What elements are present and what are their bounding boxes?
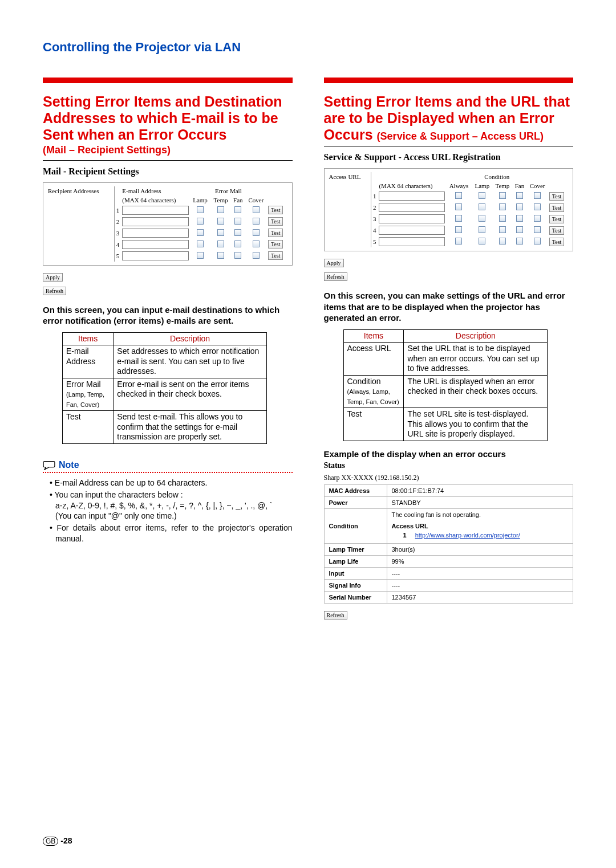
checkbox[interactable] [534,215,541,222]
test-button[interactable]: Test [268,229,283,237]
url-panel: Access URL Condition (MAX 64 characters)… [324,168,574,251]
status-value: 3hour(s) [387,543,573,555]
checkbox[interactable] [455,238,462,244]
th-desc: Description [114,332,266,345]
checkbox[interactable] [253,206,260,213]
status-label: Lamp Life [324,555,387,567]
th-items: Items [343,329,404,343]
checkbox[interactable] [234,229,241,236]
url-input[interactable] [379,191,444,201]
checkbox[interactable] [234,206,241,213]
checkbox[interactable] [499,203,506,210]
refresh-button[interactable]: Refresh [43,287,66,295]
test-button[interactable]: Test [268,240,283,248]
left-heading: Setting Error Items and Destination Addr… [43,93,293,142]
col-fan: Fan [231,195,245,205]
col-lamp: Lamp [472,181,492,190]
apply-button[interactable]: Apply [43,273,63,282]
checkbox[interactable] [479,226,485,233]
td-item: Test [343,408,404,441]
access-url-link[interactable]: http://www.sharp-world.com/projector/ [415,532,520,539]
checkbox[interactable] [499,226,506,233]
checkbox[interactable] [534,238,541,244]
checkbox[interactable] [253,241,260,247]
left-subheading: (Mail – Recipient Settings) [43,144,293,157]
checkbox[interactable] [516,203,523,210]
note-heading: Note [43,460,293,470]
checkbox[interactable] [479,203,485,210]
checkbox[interactable] [217,218,224,225]
url-input[interactable] [379,203,444,212]
test-button[interactable]: Test [549,226,565,235]
email-input[interactable] [122,251,189,260]
checkbox[interactable] [516,238,523,244]
left-paragraph: On this screen, you can input e-mail des… [43,304,293,327]
test-button[interactable]: Test [268,217,283,226]
max-chars-note: (MAX 64 characters) [378,181,445,190]
checkbox[interactable] [479,192,485,199]
checkbox[interactable] [455,215,462,222]
right-column: Setting Error Items and the URL that are… [324,78,574,620]
checkbox[interactable] [217,229,224,236]
url-input[interactable] [379,226,444,235]
max-chars-note: (MAX 64 characters) [121,195,190,205]
checkbox[interactable] [516,192,523,199]
status-label: Signal Info [324,579,387,591]
checkbox[interactable] [534,203,541,210]
col-temp: Temp [492,181,512,190]
note-item: For details about error items, refer to … [50,523,293,544]
url-input[interactable] [379,214,444,223]
checkbox[interactable] [499,192,506,199]
checkbox[interactable] [197,229,204,236]
checkbox[interactable] [516,226,523,233]
test-button[interactable]: Test [268,206,283,214]
email-input[interactable] [122,240,189,249]
refresh-button[interactable]: Refresh [324,272,347,281]
td-desc: The URL is displayed when an error check… [404,375,548,408]
email-input[interactable] [122,229,189,238]
checkbox[interactable] [516,215,523,222]
email-input[interactable] [122,217,189,226]
checkbox[interactable] [197,206,204,213]
status-value: The cooling fan is not operating. Access… [387,508,573,543]
right-heading: Setting Error Items and the URL that are… [324,93,574,142]
test-button[interactable]: Test [268,251,283,260]
left-column: Setting Error Items and Destination Addr… [43,78,293,620]
right-paragraph: On this screen, you can make settings of… [324,290,574,324]
checkbox[interactable] [234,241,241,247]
email-input[interactable] [122,206,189,215]
status-label: MAC Address [324,484,387,496]
test-button[interactable]: Test [549,203,565,212]
checkbox[interactable] [253,252,260,259]
apply-button[interactable]: Apply [324,259,344,267]
checkbox[interactable] [479,238,485,244]
errormail-header: Error Mail [190,186,267,195]
checkbox[interactable] [234,252,241,259]
test-button[interactable]: Test [549,192,565,201]
checkbox[interactable] [217,241,224,247]
checkbox[interactable] [217,206,224,213]
td-desc: Send test e-mail. This allows you to con… [114,411,266,444]
th-desc: Description [404,329,548,343]
url-input[interactable] [379,237,444,246]
checkbox[interactable] [455,192,462,199]
checkbox[interactable] [455,226,462,233]
checkbox[interactable] [455,203,462,210]
checkbox[interactable] [253,229,260,236]
refresh-button[interactable]: Refresh [324,611,347,620]
test-button[interactable]: Test [549,215,565,223]
test-button[interactable]: Test [549,238,565,246]
checkbox[interactable] [534,192,541,199]
checkbox[interactable] [217,252,224,259]
checkbox[interactable] [499,215,506,222]
checkbox[interactable] [534,226,541,233]
checkbox[interactable] [253,218,260,225]
page-number: GB -28 [43,836,72,845]
status-label: Power [324,496,387,508]
checkbox[interactable] [197,241,204,247]
checkbox[interactable] [234,218,241,225]
checkbox[interactable] [197,218,204,225]
checkbox[interactable] [479,215,485,222]
checkbox[interactable] [197,252,204,259]
checkbox[interactable] [499,238,506,244]
